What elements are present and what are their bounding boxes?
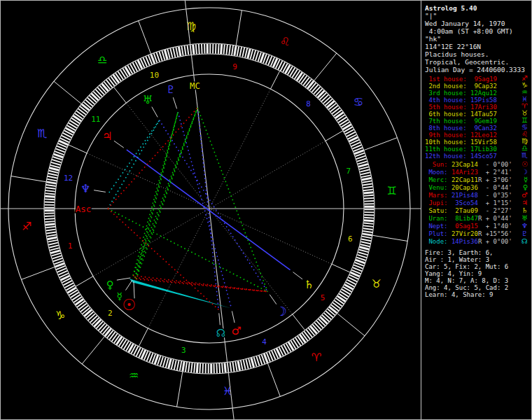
sign-boundary	[54, 81, 90, 111]
planet-row: Mars: 21Pis48 - 0°35'♂	[425, 192, 531, 200]
zodiac-sign-gemini-icon: ♊	[387, 184, 397, 197]
house-row: 3rd house: 12Aqu12♒	[425, 90, 531, 97]
degree-tick	[364, 223, 374, 224]
degree-tick	[50, 165, 60, 168]
degree-tick	[359, 167, 369, 169]
degree-tick	[45, 221, 55, 222]
degree-tick	[360, 172, 370, 174]
house-row: 11th house: 17Lib30♎	[425, 146, 531, 153]
zodiac-sign-libra-icon: ♎	[97, 53, 107, 66]
chart-info-header: Astrolog 5.40"|"Wed January 14, 1970 4:0…	[425, 4, 531, 74]
planet-icon: ♆	[522, 222, 528, 230]
degree-tick	[360, 169, 370, 172]
house-row: 9th house: 12Leo12♌	[425, 132, 531, 139]
degree-tick	[251, 358, 254, 367]
degree-tick	[186, 362, 187, 372]
degree-tick	[166, 358, 169, 368]
degree-tick	[178, 47, 181, 57]
house-number: 6	[348, 234, 353, 244]
degree-tick	[45, 202, 55, 202]
planet-row: Nept: 0Sag15 + 1°40'♆	[425, 223, 531, 230]
house-number: 4	[262, 337, 267, 346]
house-number: 11	[91, 115, 100, 124]
planet-row: Satu: 2Tau09 - 2°27'♄	[425, 207, 531, 215]
aspect-line	[108, 108, 197, 209]
degree-tick	[361, 239, 371, 241]
house-row: 12th house: 14Sco57♏	[425, 153, 531, 160]
degree-tick	[191, 363, 192, 372]
degree-tick	[50, 168, 59, 170]
planet-icon: ☿	[524, 176, 528, 183]
planet-icon: ♂	[522, 191, 528, 199]
aspect-line	[133, 112, 178, 276]
planet-row: Plut: 27Vir20R +15°56'♇	[425, 230, 531, 238]
planet-icon: ♅	[522, 214, 528, 222]
degree-tick	[359, 250, 369, 253]
degree-tick	[362, 178, 372, 180]
sign-boundary	[82, 328, 111, 364]
aspect-line	[108, 120, 160, 209]
degree-tick	[363, 192, 373, 193]
degree-tick	[237, 46, 239, 56]
astrology-chart-wheel: ♈♉♊♋♌♍♎♏♐♑♒♓123456789101112☉☽☿♀♂♃♄♅♆♇☊As…	[1, 1, 421, 419]
degree-tick	[188, 363, 190, 372]
degree-tick	[48, 240, 57, 242]
degree-tick	[235, 361, 237, 371]
degree-tick	[364, 201, 374, 202]
degree-tick	[241, 360, 243, 370]
house-number: 10	[150, 71, 159, 80]
sign-boundary	[329, 307, 365, 336]
degree-tick	[219, 363, 220, 373]
chart-info-line: "hk"	[425, 35, 531, 43]
zodiac-sign-sagittarius-icon: ♐	[22, 220, 31, 233]
degree-tick	[181, 46, 183, 56]
house-cusp-line	[148, 211, 208, 328]
house-cusp-line	[87, 153, 207, 208]
house-number: 12	[64, 174, 73, 183]
sign-boundary	[307, 53, 337, 89]
degree-tick	[174, 360, 176, 370]
zodiac-sign-capricorn-icon: ♑	[55, 309, 65, 322]
degree-tick	[52, 255, 62, 258]
house-cusp-line	[69, 145, 87, 153]
degree-tick	[245, 48, 247, 58]
house-number: 1	[68, 241, 73, 251]
degree-tick	[360, 241, 370, 244]
planet-moon-icon: ☽	[276, 304, 287, 318]
degree-tick	[180, 361, 182, 371]
chart-info-line: 114°12E 22°16N	[425, 43, 531, 50]
degree-tick	[202, 363, 203, 373]
degree-tick	[52, 160, 61, 162]
degree-tick	[363, 231, 372, 232]
degree-tick	[50, 248, 59, 251]
planet-pointer-line	[125, 280, 132, 290]
planet-pointer-line	[114, 141, 124, 148]
degree-tick	[199, 44, 200, 54]
degree-tick	[197, 363, 197, 373]
planet-pointer-line	[173, 97, 176, 108]
planet-icon: ☽	[522, 168, 528, 176]
degree-tick	[244, 360, 246, 370]
house-cusp-line	[210, 89, 270, 206]
degree-tick	[170, 48, 172, 58]
zodiac-sign-aquarius-icon: ♒	[129, 369, 139, 382]
degree-tick	[362, 237, 372, 239]
degree-tick	[50, 251, 59, 253]
planet-pointer-line	[232, 311, 234, 323]
planet-pointer-line	[152, 107, 158, 118]
planet-pointer-line	[117, 278, 130, 280]
degree-tick	[194, 363, 195, 373]
degree-tick	[255, 51, 258, 60]
degree-tick	[177, 360, 179, 370]
degree-tick	[46, 190, 55, 192]
degree-tick	[164, 50, 167, 59]
degree-tick	[239, 47, 241, 57]
degree-tick	[364, 218, 374, 218]
planet-neptune-icon: ♆	[80, 182, 90, 195]
planet-row: Uran: 8Lib47R + 0°44'♅	[425, 215, 531, 223]
house-number: 3	[181, 346, 186, 355]
degree-tick	[46, 227, 55, 228]
planet-saturn-icon: ♄	[304, 278, 314, 291]
degree-tick	[242, 48, 244, 57]
aspect-line	[135, 108, 197, 278]
